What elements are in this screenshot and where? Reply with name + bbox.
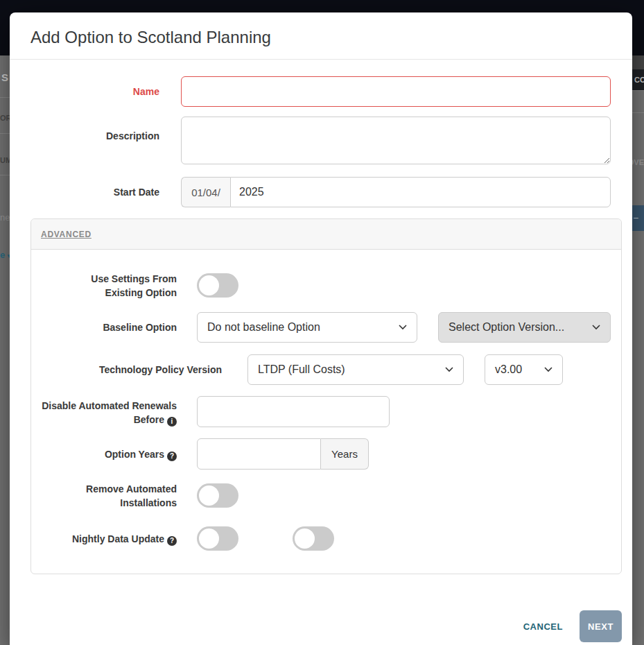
left-faint-fragment: ne <box>0 212 10 223</box>
disable-renewals-label: Disable Automated Renewals Beforei <box>41 397 177 427</box>
advanced-panel: ADVANCED Use Settings From Existing Opti… <box>31 218 622 574</box>
tech-policy-row: Technology Policy Version LTDP (Full Cos… <box>41 354 621 385</box>
disable-renewals-row: Disable Automated Renewals Beforei <box>41 396 621 427</box>
start-date-label: Start Date <box>31 186 159 198</box>
description-label: Description <box>31 117 159 167</box>
nightly-update-toggle-2[interactable] <box>293 526 334 551</box>
next-button[interactable]: NEXT <box>580 610 622 642</box>
label-text: Nightly Data Update <box>72 533 164 544</box>
divider <box>0 133 10 134</box>
modal-body: Name Description Start Date 01/04/ ADVAN… <box>10 60 632 574</box>
tech-policy-select[interactable]: LTDP (Full Costs) <box>247 354 464 385</box>
selected-value: Select Option Version... <box>449 321 564 334</box>
option-years-row: Option Years? Years <box>41 438 621 470</box>
modal-header: Add Option to Scotland Planning <box>10 12 632 60</box>
baseline-option-row: Baseline Option Do not baseline Option S… <box>41 312 621 343</box>
use-settings-row: Use Settings From Existing Option <box>41 270 621 300</box>
option-years-suffix: Years <box>321 438 369 470</box>
question-circle-icon[interactable]: ? <box>167 536 177 546</box>
toggle-knob <box>199 528 219 549</box>
modal-title: Add Option to Scotland Planning <box>31 28 611 47</box>
tech-policy-label: Technology Policy Version <box>41 363 222 377</box>
left-heading-fragment: S <box>1 71 8 83</box>
name-row: Name <box>31 76 622 107</box>
chevron-down-icon <box>445 367 453 372</box>
name-input[interactable] <box>181 76 611 107</box>
use-settings-label: Use Settings From Existing Option <box>41 270 177 300</box>
label-line: Remove Automated <box>41 482 177 496</box>
remove-installations-toggle[interactable] <box>197 483 238 508</box>
label-text: Disable Automated Renewals Before <box>42 400 177 425</box>
toggle-knob <box>199 275 219 295</box>
baseline-option-label: Baseline Option <box>41 320 177 334</box>
start-date-input[interactable] <box>230 177 611 207</box>
toggle-knob <box>199 485 219 506</box>
info-circle-icon[interactable]: i <box>167 417 177 427</box>
chevron-down-icon <box>544 367 552 372</box>
nightly-update-label: Nightly Data Update? <box>41 532 177 546</box>
label-line: Use Settings From <box>41 272 177 286</box>
start-date-prefix: 01/04/ <box>181 177 230 207</box>
selected-value: Do not baseline Option <box>207 321 320 334</box>
option-years-group: Years <box>197 438 369 470</box>
compare-button-fragment[interactable]: CO <box>632 69 644 90</box>
option-version-select[interactable]: Select Option Version... <box>438 312 611 343</box>
nightly-update-row: Nightly Data Update? <box>41 526 621 551</box>
description-textarea[interactable] <box>181 117 611 164</box>
divider <box>0 175 10 175</box>
baseline-option-select[interactable]: Do not baseline Option <box>197 312 417 343</box>
divider <box>632 112 644 113</box>
name-label: Name <box>31 85 159 98</box>
primary-button-fragment[interactable]: – <box>632 205 644 231</box>
label-line: Installations <box>41 496 177 510</box>
option-years-label: Option Years? <box>41 447 177 461</box>
link-text: e <box>0 250 5 260</box>
add-option-modal: Add Option to Scotland Planning Name Des… <box>10 12 632 645</box>
selected-value: LTDP (Full Costs) <box>258 363 345 376</box>
description-row: Description <box>31 117 622 167</box>
question-circle-icon[interactable]: ? <box>167 452 177 461</box>
remove-installations-label: Remove Automated Installations <box>41 481 177 510</box>
label-text: Option Years <box>105 449 164 460</box>
modal-footer: CANCEL NEXT <box>10 574 632 645</box>
label-line: Existing Option <box>41 286 177 300</box>
selected-value: v3.00 <box>495 363 522 376</box>
start-date-row: Start Date 01/04/ <box>31 177 622 207</box>
nightly-update-toggle-1[interactable] <box>197 526 238 551</box>
advanced-panel-body: Use Settings From Existing Option Baseli… <box>31 250 621 574</box>
chevron-down-icon <box>592 325 600 330</box>
disable-renewals-input[interactable] <box>197 396 390 427</box>
remove-installations-row: Remove Automated Installations <box>41 481 621 510</box>
chevron-down-icon <box>399 325 407 330</box>
use-settings-toggle[interactable] <box>197 273 238 298</box>
start-date-group: 01/04/ <box>181 177 611 207</box>
tech-policy-version-select[interactable]: v3.00 <box>485 354 563 385</box>
cancel-button[interactable]: CANCEL <box>523 621 563 632</box>
option-years-input[interactable] <box>197 438 321 470</box>
toggle-knob <box>295 528 315 549</box>
divider <box>0 97 10 98</box>
advanced-panel-header: ADVANCED <box>31 219 621 250</box>
advanced-toggle-link[interactable]: ADVANCED <box>41 230 92 239</box>
